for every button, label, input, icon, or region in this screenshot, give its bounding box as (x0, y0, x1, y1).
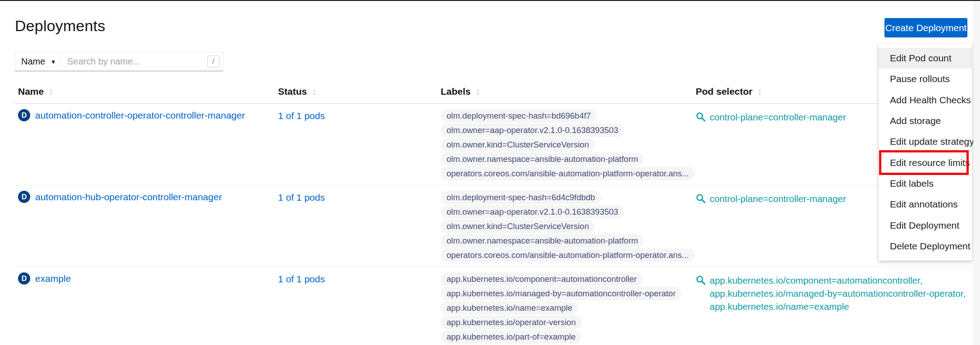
column-header-labels: Labels↕ (441, 86, 696, 97)
label-chip: olm.owner.kind=ClusterServiceVersion (441, 138, 595, 152)
deployment-kind-badge: D (18, 191, 30, 203)
label-chip: operators.coreos.com/ansible-automation-… (441, 248, 695, 262)
menu-item-delete-deployment[interactable]: Delete Deployment (879, 236, 972, 257)
deployment-name-link[interactable]: example (35, 273, 71, 284)
table-row: Dautomation-controller-operator-controll… (15, 104, 973, 185)
menu-item-add-storage[interactable]: Add storage (879, 110, 972, 131)
pods-status-link[interactable]: 1 of 1 pods (278, 274, 325, 284)
deployment-kind-badge: D (18, 272, 30, 285)
label-chip: olm.owner.namespace=ansible-automation-p… (441, 152, 644, 166)
menu-item-edit-annotations[interactable]: Edit annotations (879, 194, 972, 215)
column-header-label: Status (278, 86, 307, 97)
column-header-label: Name (18, 86, 44, 97)
labels-cell: olm.deployment-spec-hash=6d4c9fdbdbolm.o… (441, 191, 696, 262)
create-deployment-button[interactable]: Create Deployment (884, 18, 967, 37)
deployments-table: Name↕Status↕Labels↕Pod selector↕ Dautoma… (15, 86, 973, 345)
sort-icon[interactable]: ↕ (757, 87, 762, 97)
search-icon (696, 193, 706, 203)
sort-icon[interactable]: ↕ (49, 87, 53, 97)
status-cell: 1 of 1 pods (278, 272, 441, 285)
pod-selector-line: control-plane=controller-manager (710, 192, 846, 205)
filter-toolbar: Name ▾ / (15, 52, 223, 71)
pod-selector-line: control-plane=controller-manager (710, 110, 846, 124)
label-chip: app.kubernetes.io/component=automationco… (441, 272, 643, 286)
pod-selector-link[interactable]: app.kubernetes.io/component=automationco… (696, 272, 966, 313)
pod-selector-text: control-plane=controller-manager (710, 110, 846, 124)
search-box[interactable]: / (61, 52, 223, 71)
keyboard-shortcut-badge: / (207, 55, 219, 68)
pod-selector-line: app.kubernetes.io/component=automationco… (710, 274, 966, 287)
search-icon (696, 112, 706, 122)
menu-item-edit-pod-count[interactable]: Edit Pod count (879, 48, 972, 69)
label-chip: olm.owner.kind=ClusterServiceVersion (441, 220, 595, 233)
deployment-name-link[interactable]: automation-hub-operator-controller-manag… (35, 192, 222, 202)
column-header-label: Labels (441, 86, 471, 97)
search-icon (696, 275, 706, 285)
column-header-status: Status↕ (278, 86, 441, 97)
column-header-name: Name↕ (18, 86, 278, 97)
sort-icon[interactable]: ↕ (476, 87, 480, 97)
deployment-name-cell: Dexample (18, 272, 278, 285)
table-header-row: Name↕Status↕Labels↕Pod selector↕ (15, 86, 973, 104)
label-chip: app.kubernetes.io/name=example (441, 301, 578, 315)
pod-selector-line: app.kubernetes.io/name=example (710, 300, 966, 313)
filter-type-label: Name (21, 56, 45, 67)
table-row: Dexample1 of 1 podsapp.kubernetes.io/com… (15, 267, 973, 345)
label-chip: app.kubernetes.io/part-of=example (441, 330, 581, 344)
menu-item-add-health-checks[interactable]: Add Health Checks (879, 90, 972, 110)
sort-icon[interactable]: ↕ (312, 87, 316, 97)
label-chip: app.kubernetes.io/operator-version (441, 316, 582, 329)
table-body: Dautomation-controller-operator-controll… (15, 104, 973, 345)
pod-selector-text: app.kubernetes.io/component=automationco… (710, 274, 966, 313)
status-cell: 1 of 1 pods (278, 191, 441, 203)
labels-cell: app.kubernetes.io/component=automationco… (441, 272, 696, 345)
status-cell: 1 of 1 pods (278, 109, 441, 121)
menu-item-edit-update-strategy[interactable]: Edit update strategy (879, 131, 972, 152)
label-chip: olm.owner.namespace=ansible-automation-p… (441, 234, 644, 248)
menu-item-edit-resource-limits[interactable]: Edit resource limits (879, 152, 972, 173)
deployment-name-cell: Dautomation-hub-operator-controller-mana… (18, 191, 278, 203)
filter-type-dropdown[interactable]: Name ▾ (15, 52, 61, 71)
pods-status-link[interactable]: 1 of 1 pods (278, 110, 325, 121)
label-chip: olm.owner=aap-operator.v2.1.0-0.16383935… (441, 124, 624, 137)
deployments-page: Deployments Create Deployment Name ▾ / N… (0, 0, 980, 345)
actions-dropdown-menu: Edit Pod countPause rolloutsAdd Health C… (879, 44, 972, 261)
menu-item-edit-deployment[interactable]: Edit Deployment (879, 215, 972, 235)
vertical-scrollbar[interactable] (973, 1, 980, 345)
search-input[interactable] (67, 56, 207, 67)
menu-item-pause-rollouts[interactable]: Pause rollouts (879, 69, 972, 89)
table-row: Dautomation-hub-operator-controller-mana… (15, 185, 973, 267)
label-chip: olm.owner=aap-operator.v2.1.0-0.16383935… (441, 205, 624, 219)
page-title: Deployments (15, 17, 105, 35)
pods-status-link[interactable]: 1 of 1 pods (278, 192, 325, 202)
deployment-name-link[interactable]: automation-controller-operator-controlle… (35, 110, 245, 121)
menu-item-edit-labels[interactable]: Edit labels (879, 173, 972, 194)
label-chip: olm.deployment-spec-hash=6d4c9fdbdb (441, 191, 601, 204)
labels-cell: olm.deployment-spec-hash=bd696b4f7olm.ow… (441, 109, 696, 180)
deployment-name-cell: Dautomation-controller-operator-controll… (18, 109, 278, 121)
label-chip: operators.coreos.com/ansible-automation-… (441, 167, 695, 180)
label-chip: olm.deployment-spec-hash=bd696b4f7 (441, 109, 597, 123)
column-header-label: Pod selector (696, 86, 752, 97)
pod-selector-line: app.kubernetes.io/managed-by=automationc… (710, 287, 966, 300)
pod-selector-text: control-plane=controller-manager (710, 192, 846, 205)
deployment-kind-badge: D (18, 109, 30, 121)
chevron-down-icon: ▾ (51, 58, 55, 66)
label-chip: app.kubernetes.io/managed-by=automationc… (441, 287, 682, 300)
